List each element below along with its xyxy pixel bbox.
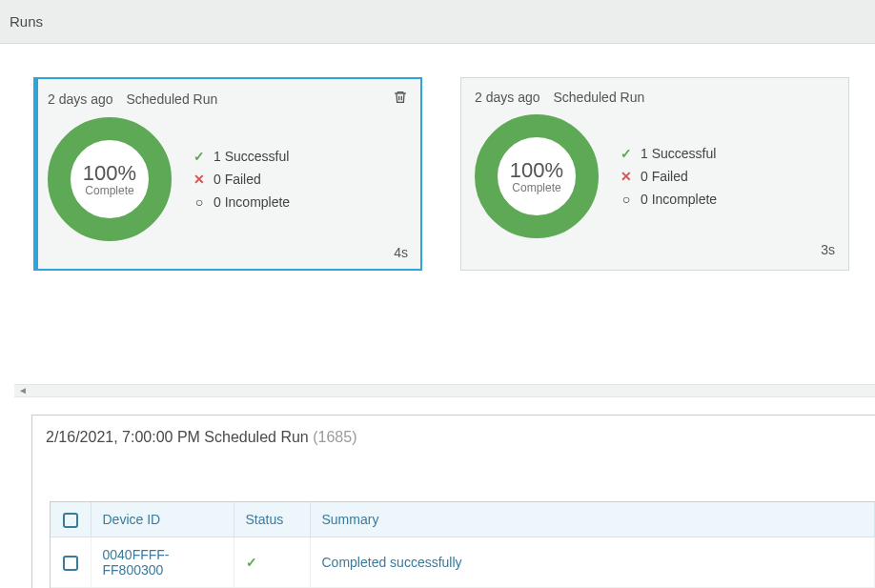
stat-successful-label: 1 Successful	[641, 146, 716, 161]
select-all-header[interactable]	[51, 502, 91, 537]
donut-percent: 100%	[83, 161, 136, 186]
donut-center: 100% Complete	[48, 117, 172, 241]
run-detail-panel: 2/16/2021, 7:00:00 PM Scheduled Run (168…	[31, 415, 875, 588]
stat-successful-label: 1 Successful	[214, 149, 289, 164]
donut-label: Complete	[512, 181, 560, 194]
run-type: Scheduled Run	[127, 91, 218, 107]
run-card[interactable]: 2 days ago Scheduled Run 100% Complete ✓…	[33, 77, 422, 271]
run-card-body: 100% Complete ✓ 1 Successful ✕ 0 Failed …	[48, 117, 408, 241]
run-type: Scheduled Run	[554, 90, 645, 105]
run-stats: ✓ 1 Successful ✕ 0 Failed ○ 0 Incomplete	[193, 149, 290, 210]
check-icon: ✓	[193, 149, 206, 164]
detail-count: (1685)	[313, 429, 356, 445]
col-device-id[interactable]: Device ID	[91, 502, 234, 537]
check-icon: ✓	[246, 555, 257, 570]
stat-failed: ✕ 0 Failed	[193, 172, 290, 187]
stat-successful: ✓ 1 Successful	[620, 146, 717, 161]
detail-body: Device ID Status Summary 0040FFFF-FF8003…	[50, 501, 875, 588]
run-duration: 3s	[475, 242, 835, 257]
x-icon: ✕	[620, 169, 633, 184]
cell-summary: Completed successfully	[310, 537, 875, 588]
detail-title: 2/16/2021, 7:00:00 PM Scheduled Run	[46, 429, 313, 445]
run-duration: 4s	[48, 245, 408, 260]
stat-incomplete: ○ 0 Incomplete	[620, 192, 717, 207]
table-row[interactable]: 0040FFFF-FF800300 ✓ Completed successful…	[51, 537, 875, 588]
circle-icon: ○	[620, 192, 633, 207]
col-status[interactable]: Status	[234, 502, 310, 537]
stat-incomplete: ○ 0 Incomplete	[193, 194, 290, 210]
run-card-header: 2 days ago Scheduled Run	[475, 90, 835, 105]
cell-device-id[interactable]: 0040FFFF-FF800300	[91, 537, 234, 588]
delete-run-button[interactable]	[393, 90, 408, 108]
stat-failed-label: 0 Failed	[641, 169, 688, 184]
results-table: Device ID Status Summary 0040FFFF-FF8003…	[51, 502, 875, 588]
stat-failed-label: 0 Failed	[214, 172, 261, 187]
page-title: Runs	[10, 13, 43, 30]
stat-incomplete-label: 0 Incomplete	[641, 192, 717, 207]
cell-status: ✓	[234, 537, 310, 588]
donut-label: Complete	[85, 184, 133, 197]
run-cards-row: 2 days ago Scheduled Run 100% Complete ✓…	[0, 44, 875, 271]
stat-successful: ✓ 1 Successful	[193, 149, 290, 164]
stat-failed: ✕ 0 Failed	[620, 169, 717, 184]
run-age: 2 days ago	[475, 90, 540, 105]
check-icon: ✓	[620, 146, 633, 161]
page-header: Runs	[0, 0, 875, 44]
table-header-row: Device ID Status Summary	[51, 502, 875, 537]
splitter-handle[interactable]: ◄	[14, 384, 875, 397]
run-age: 2 days ago	[48, 91, 113, 107]
x-icon: ✕	[193, 172, 206, 187]
run-card-header: 2 days ago Scheduled Run	[48, 90, 408, 108]
completion-donut: 100% Complete	[475, 114, 599, 238]
run-card[interactable]: 2 days ago Scheduled Run 100% Complete ✓…	[460, 77, 849, 271]
chevron-left-icon: ◄	[18, 385, 28, 395]
detail-header: 2/16/2021, 7:00:00 PM Scheduled Run (168…	[32, 416, 875, 459]
checkbox-icon[interactable]	[63, 513, 78, 528]
circle-icon: ○	[193, 194, 206, 210]
checkbox-icon[interactable]	[63, 556, 78, 571]
col-summary[interactable]: Summary	[310, 502, 875, 537]
completion-donut: 100% Complete	[48, 117, 172, 241]
run-card-body: 100% Complete ✓ 1 Successful ✕ 0 Failed …	[475, 114, 835, 238]
run-stats: ✓ 1 Successful ✕ 0 Failed ○ 0 Incomplete	[620, 146, 717, 207]
trash-icon	[393, 90, 408, 105]
row-select[interactable]	[51, 537, 91, 588]
donut-percent: 100%	[510, 158, 563, 183]
donut-center: 100% Complete	[475, 114, 599, 238]
stat-incomplete-label: 0 Incomplete	[214, 194, 290, 210]
